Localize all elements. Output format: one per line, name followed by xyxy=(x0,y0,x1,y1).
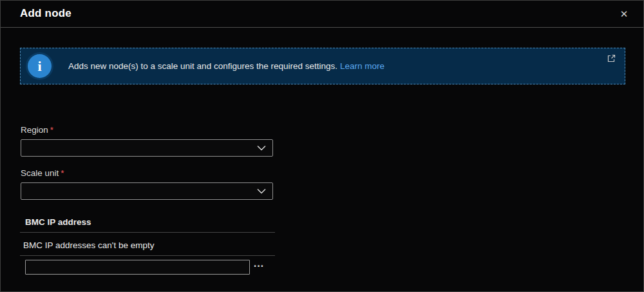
close-button[interactable]: ✕ xyxy=(616,6,632,22)
page-title: Add node xyxy=(20,7,71,20)
ellipsis-button[interactable]: … xyxy=(253,257,265,270)
add-node-dialog: Add node ✕ i Adds new node(s) to a scale… xyxy=(0,0,644,292)
popout-icon xyxy=(607,55,616,65)
scale-unit-required-mark: * xyxy=(61,168,64,178)
close-icon: ✕ xyxy=(620,8,629,20)
info-icon: i xyxy=(28,54,52,78)
bmc-section-label: BMC IP address xyxy=(25,217,91,227)
learn-more-link[interactable]: Learn more xyxy=(340,61,384,71)
chevron-down-icon xyxy=(257,145,266,151)
region-label-text: Region xyxy=(21,125,48,135)
popout-button[interactable] xyxy=(605,54,617,65)
region-label: Region* xyxy=(21,125,53,135)
divider xyxy=(20,232,275,233)
region-required-mark: * xyxy=(50,125,53,135)
region-dropdown[interactable] xyxy=(21,139,273,157)
bmc-ip-input[interactable] xyxy=(25,260,250,275)
dialog-header: Add node ✕ xyxy=(1,1,643,28)
bmc-error-text: BMC IP addresses can't be empty xyxy=(23,240,154,250)
info-icon-glyph: i xyxy=(37,58,41,75)
chevron-down-icon xyxy=(257,188,266,194)
info-banner: i Adds new node(s) to a scale unit and c… xyxy=(20,48,625,84)
banner-message-text: Adds new node(s) to a scale unit and con… xyxy=(68,61,337,71)
banner-message: Adds new node(s) to a scale unit and con… xyxy=(68,61,384,71)
scale-unit-dropdown[interactable] xyxy=(21,182,273,200)
scale-unit-label: Scale unit* xyxy=(21,168,64,178)
divider xyxy=(20,255,275,256)
scale-unit-label-text: Scale unit xyxy=(21,168,59,178)
